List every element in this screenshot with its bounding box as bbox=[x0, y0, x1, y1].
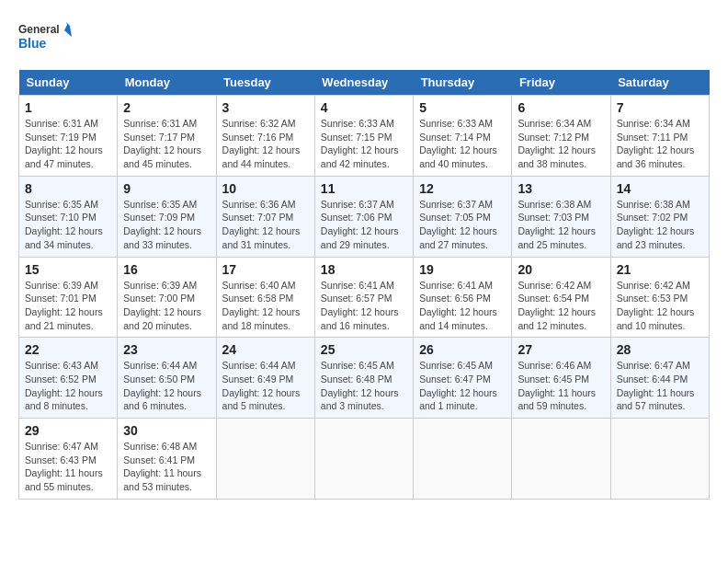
calendar-cell: 9Sunrise: 6:35 AM Sunset: 7:09 PM Daylig… bbox=[118, 176, 216, 257]
calendar-cell: 16Sunrise: 6:39 AM Sunset: 7:00 PM Dayli… bbox=[118, 257, 216, 338]
day-info: Sunrise: 6:45 AM Sunset: 6:48 PM Dayligh… bbox=[321, 359, 407, 413]
calendar-cell: 13Sunrise: 6:38 AM Sunset: 7:03 PM Dayli… bbox=[512, 176, 610, 257]
day-number: 25 bbox=[321, 342, 407, 357]
day-info: Sunrise: 6:42 AM Sunset: 6:53 PM Dayligh… bbox=[617, 279, 703, 333]
calendar-cell: 26Sunrise: 6:45 AM Sunset: 6:47 PM Dayli… bbox=[414, 338, 512, 419]
calendar-cell: 3Sunrise: 6:32 AM Sunset: 7:16 PM Daylig… bbox=[216, 96, 314, 177]
day-info: Sunrise: 6:44 AM Sunset: 6:49 PM Dayligh… bbox=[222, 359, 309, 413]
calendar-cell bbox=[314, 419, 413, 500]
svg-text:Blue: Blue bbox=[18, 36, 47, 51]
calendar-cell: 22Sunrise: 6:43 AM Sunset: 6:52 PM Dayli… bbox=[19, 338, 118, 419]
calendar-cell: 29Sunrise: 6:47 AM Sunset: 6:43 PM Dayli… bbox=[19, 419, 118, 500]
day-number: 26 bbox=[419, 342, 506, 357]
day-info: Sunrise: 6:35 AM Sunset: 7:10 PM Dayligh… bbox=[25, 198, 111, 252]
day-info: Sunrise: 6:48 AM Sunset: 6:41 PM Dayligh… bbox=[123, 440, 210, 494]
day-info: Sunrise: 6:43 AM Sunset: 6:52 PM Dayligh… bbox=[25, 359, 111, 413]
day-number: 13 bbox=[518, 181, 604, 196]
day-number: 1 bbox=[25, 100, 111, 115]
calendar-cell: 30Sunrise: 6:48 AM Sunset: 6:41 PM Dayli… bbox=[118, 419, 216, 500]
calendar-week-1: 1Sunrise: 6:31 AM Sunset: 7:19 PM Daylig… bbox=[19, 96, 710, 177]
calendar-cell: 19Sunrise: 6:41 AM Sunset: 6:56 PM Dayli… bbox=[414, 257, 512, 338]
day-info: Sunrise: 6:31 AM Sunset: 7:17 PM Dayligh… bbox=[123, 117, 210, 171]
calendar-cell: 18Sunrise: 6:41 AM Sunset: 6:57 PM Dayli… bbox=[314, 257, 413, 338]
calendar-cell bbox=[216, 419, 314, 500]
calendar-cell: 17Sunrise: 6:40 AM Sunset: 6:58 PM Dayli… bbox=[216, 257, 314, 338]
day-info: Sunrise: 6:45 AM Sunset: 6:47 PM Dayligh… bbox=[419, 359, 506, 413]
calendar-cell: 12Sunrise: 6:37 AM Sunset: 7:05 PM Dayli… bbox=[414, 176, 512, 257]
weekday-header-tuesday: Tuesday bbox=[216, 70, 314, 96]
day-info: Sunrise: 6:31 AM Sunset: 7:19 PM Dayligh… bbox=[25, 117, 111, 171]
page-header: General Blue bbox=[18, 18, 710, 55]
day-number: 22 bbox=[25, 342, 111, 357]
day-info: Sunrise: 6:40 AM Sunset: 6:58 PM Dayligh… bbox=[222, 279, 309, 333]
calendar-week-2: 8Sunrise: 6:35 AM Sunset: 7:10 PM Daylig… bbox=[19, 176, 710, 257]
calendar-cell: 6Sunrise: 6:34 AM Sunset: 7:12 PM Daylig… bbox=[512, 96, 610, 177]
calendar-cell: 23Sunrise: 6:44 AM Sunset: 6:50 PM Dayli… bbox=[118, 338, 216, 419]
calendar-week-5: 29Sunrise: 6:47 AM Sunset: 6:43 PM Dayli… bbox=[19, 419, 710, 500]
day-number: 27 bbox=[518, 342, 604, 357]
calendar-cell: 10Sunrise: 6:36 AM Sunset: 7:07 PM Dayli… bbox=[216, 176, 314, 257]
calendar-cell: 28Sunrise: 6:47 AM Sunset: 6:44 PM Dayli… bbox=[610, 338, 709, 419]
day-info: Sunrise: 6:32 AM Sunset: 7:16 PM Dayligh… bbox=[222, 117, 309, 171]
day-number: 4 bbox=[321, 100, 407, 115]
day-number: 6 bbox=[518, 100, 604, 115]
day-number: 17 bbox=[222, 262, 309, 277]
day-number: 10 bbox=[222, 181, 309, 196]
day-info: Sunrise: 6:36 AM Sunset: 7:07 PM Dayligh… bbox=[222, 198, 309, 252]
calendar-cell: 1Sunrise: 6:31 AM Sunset: 7:19 PM Daylig… bbox=[19, 96, 118, 177]
day-info: Sunrise: 6:37 AM Sunset: 7:05 PM Dayligh… bbox=[419, 198, 506, 252]
day-info: Sunrise: 6:38 AM Sunset: 7:03 PM Dayligh… bbox=[518, 198, 604, 252]
day-number: 30 bbox=[123, 423, 210, 438]
weekday-header-thursday: Thursday bbox=[414, 70, 512, 96]
weekday-header-sunday: Sunday bbox=[19, 70, 118, 96]
calendar-table: SundayMondayTuesdayWednesdayThursdayFrid… bbox=[18, 70, 710, 500]
svg-marker-2 bbox=[64, 22, 74, 37]
calendar-cell: 25Sunrise: 6:45 AM Sunset: 6:48 PM Dayli… bbox=[314, 338, 413, 419]
day-info: Sunrise: 6:35 AM Sunset: 7:09 PM Dayligh… bbox=[123, 198, 210, 252]
weekday-header-friday: Friday bbox=[512, 70, 610, 96]
svg-text:General: General bbox=[18, 23, 60, 36]
day-number: 14 bbox=[617, 181, 703, 196]
day-info: Sunrise: 6:34 AM Sunset: 7:12 PM Dayligh… bbox=[518, 117, 604, 171]
calendar-cell: 27Sunrise: 6:46 AM Sunset: 6:45 PM Dayli… bbox=[512, 338, 610, 419]
calendar-week-4: 22Sunrise: 6:43 AM Sunset: 6:52 PM Dayli… bbox=[19, 338, 710, 419]
day-number: 7 bbox=[617, 100, 703, 115]
day-number: 9 bbox=[123, 181, 210, 196]
calendar-week-3: 15Sunrise: 6:39 AM Sunset: 7:01 PM Dayli… bbox=[19, 257, 710, 338]
day-info: Sunrise: 6:44 AM Sunset: 6:50 PM Dayligh… bbox=[123, 359, 210, 413]
logo-svg: General Blue bbox=[18, 18, 74, 55]
day-info: Sunrise: 6:39 AM Sunset: 7:01 PM Dayligh… bbox=[25, 279, 111, 333]
day-number: 18 bbox=[321, 262, 407, 277]
day-info: Sunrise: 6:37 AM Sunset: 7:06 PM Dayligh… bbox=[321, 198, 407, 252]
day-number: 19 bbox=[419, 262, 506, 277]
day-info: Sunrise: 6:42 AM Sunset: 6:54 PM Dayligh… bbox=[518, 279, 604, 333]
calendar-cell: 24Sunrise: 6:44 AM Sunset: 6:49 PM Dayli… bbox=[216, 338, 314, 419]
day-info: Sunrise: 6:33 AM Sunset: 7:14 PM Dayligh… bbox=[419, 117, 506, 171]
day-info: Sunrise: 6:47 AM Sunset: 6:44 PM Dayligh… bbox=[617, 359, 703, 413]
day-number: 3 bbox=[222, 100, 309, 115]
day-info: Sunrise: 6:33 AM Sunset: 7:15 PM Dayligh… bbox=[321, 117, 407, 171]
day-number: 29 bbox=[25, 423, 111, 438]
calendar-cell: 14Sunrise: 6:38 AM Sunset: 7:02 PM Dayli… bbox=[610, 176, 709, 257]
calendar-cell: 8Sunrise: 6:35 AM Sunset: 7:10 PM Daylig… bbox=[19, 176, 118, 257]
calendar-cell: 11Sunrise: 6:37 AM Sunset: 7:06 PM Dayli… bbox=[314, 176, 413, 257]
calendar-cell: 5Sunrise: 6:33 AM Sunset: 7:14 PM Daylig… bbox=[414, 96, 512, 177]
day-info: Sunrise: 6:41 AM Sunset: 6:56 PM Dayligh… bbox=[419, 279, 506, 333]
day-info: Sunrise: 6:38 AM Sunset: 7:02 PM Dayligh… bbox=[617, 198, 703, 252]
calendar-cell bbox=[610, 419, 709, 500]
day-number: 8 bbox=[25, 181, 111, 196]
day-number: 21 bbox=[617, 262, 703, 277]
day-info: Sunrise: 6:39 AM Sunset: 7:00 PM Dayligh… bbox=[123, 279, 210, 333]
logo: General Blue bbox=[18, 18, 74, 55]
weekday-header-wednesday: Wednesday bbox=[314, 70, 413, 96]
day-info: Sunrise: 6:41 AM Sunset: 6:57 PM Dayligh… bbox=[321, 279, 407, 333]
day-info: Sunrise: 6:47 AM Sunset: 6:43 PM Dayligh… bbox=[25, 440, 111, 494]
calendar-cell: 15Sunrise: 6:39 AM Sunset: 7:01 PM Dayli… bbox=[19, 257, 118, 338]
day-info: Sunrise: 6:34 AM Sunset: 7:11 PM Dayligh… bbox=[617, 117, 703, 171]
weekday-header-monday: Monday bbox=[118, 70, 216, 96]
day-number: 12 bbox=[419, 181, 506, 196]
calendar-cell bbox=[414, 419, 512, 500]
day-number: 24 bbox=[222, 342, 309, 357]
day-info: Sunrise: 6:46 AM Sunset: 6:45 PM Dayligh… bbox=[518, 359, 604, 413]
calendar-cell: 2Sunrise: 6:31 AM Sunset: 7:17 PM Daylig… bbox=[118, 96, 216, 177]
